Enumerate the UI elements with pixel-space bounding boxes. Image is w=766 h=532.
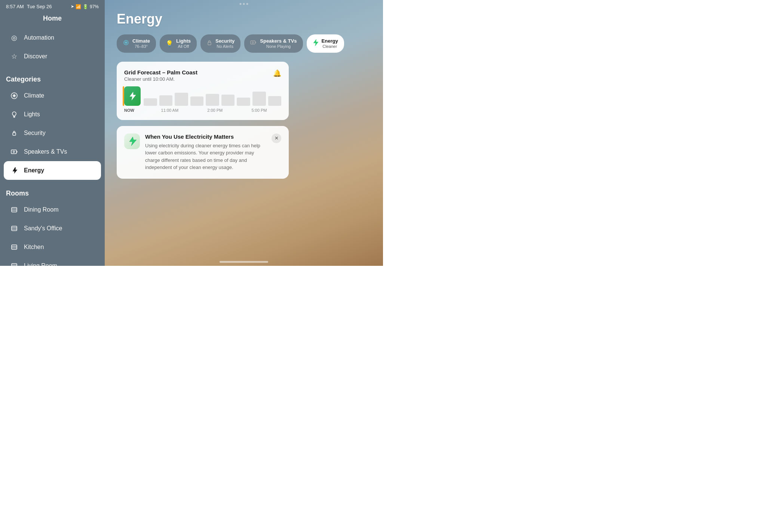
date-display: Tue Sep 26 [27,4,52,9]
status-bar-left: 8:57 AM Tue Sep 26 [6,4,52,9]
grid-forecast-card: Grid Forecast – Palm Coast Cleaner until… [117,62,289,120]
sidebar-item-sandys-office[interactable]: Sandy's Office [4,219,101,238]
room-icon-2 [10,224,19,233]
tab-climate-label: Climate [132,38,150,44]
grid-forecast-label: Grid Forecast [124,69,161,76]
sidebar-item-lights[interactable]: Lights [4,105,101,124]
chart-bars [141,86,281,106]
home-title-bar: Home [0,12,105,28]
tab-climate-icon [123,39,129,47]
categories-header: Categories [0,69,105,86]
tab-energy-texts: Energy Cleaner [322,38,338,49]
svg-rect-2 [11,150,16,154]
svg-rect-7 [12,264,17,266]
chart-bar-9 [268,96,282,106]
card-header: Grid Forecast – Palm Coast Cleaner until… [124,69,281,82]
chart-labels: NOW 11:00 AM 2:00 PM 5:00 PM [124,108,281,113]
lights-icon [10,110,19,119]
chart-now-marker [124,86,281,106]
chart-label-now: NOW [124,108,144,113]
climate-label: Climate [24,92,44,99]
chart-time-1: 11:00 AM [161,108,178,113]
speakers-tvs-icon [10,147,19,156]
room-icon [10,205,19,214]
tab-climate[interactable]: Climate 76–83° [117,34,156,53]
tab-lights-sub: All Off [176,44,191,49]
tab-speakers-tvs[interactable]: Speakers & TVs None Playing [244,34,303,53]
home-label: Home [43,15,62,22]
main-content: Energy Climate 76–83° [105,0,383,266]
tabs-row: Climate 76–83° 💡 Lights All Off [117,34,371,53]
tab-lights-label: Lights [176,38,191,44]
card-title-area: Grid Forecast – Palm Coast Cleaner until… [124,69,197,82]
sidebar-item-dining-room[interactable]: Dining Room [4,200,101,219]
page-title: Energy [117,11,371,27]
energy-label: Energy [24,167,44,174]
grid-forecast-location: Palm Coast [167,69,197,76]
sidebar-item-energy[interactable]: Energy [4,161,101,180]
svg-rect-1 [13,133,16,135]
sidebar-item-automation[interactable]: ◎ Automation [4,28,101,47]
time-display: 8:57 AM [6,4,24,9]
svg-rect-4 [12,207,17,212]
grid-forecast-dash: – [162,69,167,76]
status-bar: 8:57 AM Tue Sep 26 ➤ 📶 🔋 97% [0,0,105,12]
chart-bar-4 [190,96,204,106]
chart-time-3: 5:00 PM [251,108,267,113]
lights-label: Lights [24,111,40,118]
app-container: 8:57 AM Tue Sep 26 ➤ 📶 🔋 97% Home ◎ Auto… [0,0,383,266]
sidebar-item-climate[interactable]: Climate [4,86,101,105]
categories-section: Climate Lights Security [0,86,105,180]
grid-forecast-subtitle: Cleaner until 10:00 AM. [124,76,197,82]
svg-rect-5 [12,226,17,231]
living-room-label: Living Room [24,262,57,266]
tab-security-sub: No Alerts [215,44,235,49]
discover-icon: ☆ [10,52,19,61]
tab-energy-icon [313,39,319,48]
main-inner: Energy Climate 76–83° [105,0,383,266]
tab-energy-label: Energy [322,38,338,44]
tab-speakers-texts: Speakers & TVs None Playing [260,38,297,49]
tab-lights-icon: 💡 [166,40,173,47]
chart-bar-5 [206,94,219,106]
svg-rect-6 [12,245,17,249]
close-button[interactable]: ✕ [272,133,281,143]
svg-point-3 [13,151,15,153]
tab-energy[interactable]: Energy Cleaner [307,34,344,53]
sidebar-item-kitchen[interactable]: Kitchen [4,238,101,256]
tab-lights[interactable]: 💡 Lights All Off [160,34,197,53]
sidebar-item-speakers-tvs[interactable]: Speakers & TVs [4,142,101,161]
sidebar-item-living-room[interactable]: Living Room [4,256,101,266]
info-content: When You Use Electricity Matters Using e… [145,133,266,171]
tab-security[interactable]: Security No Alerts [200,34,240,53]
tab-climate-texts: Climate 76–83° [132,38,150,49]
chart-container: NOW 11:00 AM 2:00 PM 5:00 PM [124,86,281,113]
kitchen-label: Kitchen [24,244,44,250]
automation-label: Automation [24,34,54,41]
sidebar-item-security[interactable]: Security [4,124,101,142]
chart-time-2: 2:00 PM [207,108,223,113]
info-card: When You Use Electricity Matters Using e… [117,126,289,179]
svg-rect-13 [251,41,255,44]
tab-climate-sub: 76–83° [132,44,150,49]
bell-icon[interactable]: 🔔 [273,69,281,77]
chart-bar-1 [144,98,157,106]
wifi-icon: 📶 [76,4,81,9]
room-icon-3 [10,243,19,252]
speakers-tvs-label: Speakers & TVs [24,148,67,155]
discover-label: Discover [24,53,47,60]
rooms-section: Dining Room Sandy's Office [0,200,105,266]
sidebar-item-discover[interactable]: ☆ Discover [4,47,101,66]
nav-section: ◎ Automation ☆ Discover [0,28,105,66]
grid-forecast-title: Grid Forecast – Palm Coast [124,69,197,76]
tab-speakers-icon [250,40,257,47]
chart-green-box [124,86,141,106]
chart-bar-3 [175,93,188,106]
security-icon [10,129,19,138]
tab-energy-sub: Cleaner [322,44,338,49]
tab-security-icon [206,39,212,47]
dining-room-label: Dining Room [24,206,58,213]
sandys-office-label: Sandy's Office [24,225,62,232]
status-bar-right: ➤ 📶 🔋 97% [71,4,99,9]
svg-rect-12 [208,42,211,45]
